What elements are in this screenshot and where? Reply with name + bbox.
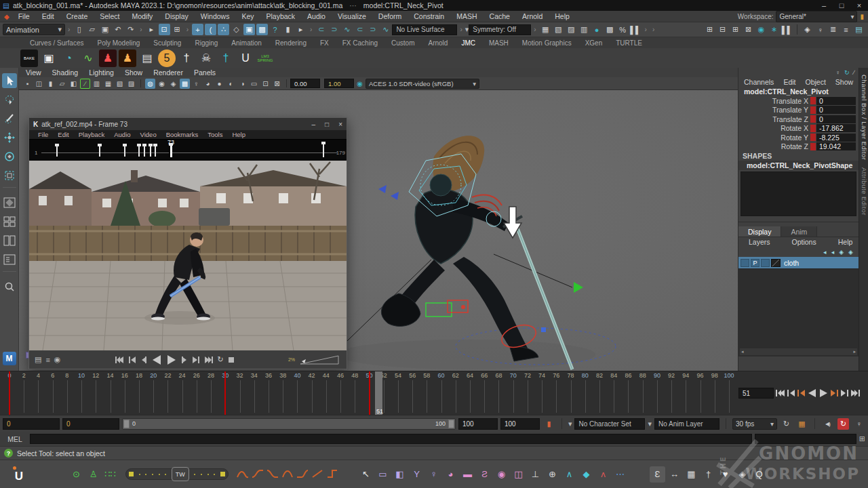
grid-layout-2-icon[interactable]: ⊟ [717, 24, 728, 35]
mel-label[interactable]: MEL [3, 435, 27, 443]
screen-ao-icon[interactable]: ◍ [145, 79, 155, 89]
command-result-field[interactable] [755, 434, 856, 444]
open-scene-icon[interactable]: ▱ [86, 24, 98, 35]
loop-toggle-icon[interactable]: ↻ [218, 355, 224, 364]
image-plane-icon[interactable]: ▱ [57, 79, 67, 89]
minimize-button[interactable]: – [815, 1, 833, 9]
player-menu-bookmarks[interactable]: Bookmarks [161, 131, 203, 138]
speed-ramp-control[interactable] [299, 354, 341, 365]
isolate-select-icon[interactable]: ⊠ [272, 79, 282, 89]
door-icon[interactable]: ◫ [511, 466, 526, 483]
snap-point-icon[interactable]: ∴ [218, 24, 229, 35]
player-menu-edit[interactable]: Edit [53, 131, 73, 138]
menu-display[interactable]: Display [159, 12, 194, 20]
paint-select-tool[interactable] [2, 111, 17, 126]
outliner-search-icon[interactable] [2, 279, 17, 294]
shelf-tab-animation[interactable]: Animation [224, 39, 268, 47]
video-window-title-bar[interactable]: K atk_ref_002.mp4 - Frame 73 – □ × [29, 118, 347, 130]
layer-color-swatch[interactable] [771, 259, 781, 267]
animation-start-field[interactable]: 0 [3, 418, 60, 430]
channel-row[interactable]: Translate X0 [738, 96, 859, 106]
video-bookmark-5[interactable] [150, 146, 151, 157]
hypershade-icon[interactable]: ▩ [604, 24, 616, 35]
menu-constrain[interactable]: Constrain [408, 12, 450, 20]
video-bookmark-6[interactable] [155, 146, 156, 157]
pause-icon[interactable]: ▌▌ [781, 24, 793, 35]
tween-end-left[interactable] [129, 472, 134, 476]
two-panes-icon[interactable]: ◧ [68, 79, 79, 89]
five-ball-shelf-icon[interactable]: 5 [158, 49, 176, 67]
playback-end-field[interactable]: 100 [458, 418, 498, 430]
select-tool[interactable] [2, 73, 17, 88]
manipulator-figure-icon[interactable]: ♀ [835, 69, 840, 76]
channel-box-menu-object[interactable]: Object [805, 78, 831, 86]
step-back-button[interactable] [140, 356, 147, 364]
video-bookmark-4[interactable] [144, 146, 145, 157]
script-editor-icon[interactable]: ⊞ [859, 434, 865, 443]
list-toggle-icon[interactable]: ≡ [45, 356, 50, 364]
shelf-tab-fx-caching[interactable]: FX Caching [336, 39, 384, 47]
shelf-tab-xgen[interactable]: XGen [578, 39, 610, 47]
menu-key[interactable]: Key [235, 12, 260, 20]
viewport-panel[interactable]: ViewShadingLightingShowRendererPanels ▪◫… [19, 68, 738, 371]
shelf-tab-rigging[interactable]: Rigging [188, 39, 224, 47]
playback-loop-icon[interactable]: ↻ [781, 418, 792, 430]
menu-help[interactable]: Help [549, 12, 576, 20]
input-connections-icon[interactable]: ⊂ [315, 24, 327, 35]
select-hierarchy-icon[interactable]: ▸ [146, 24, 157, 35]
close-button[interactable]: × [338, 121, 342, 128]
layer-editor-tab-anim[interactable]: Anim [781, 226, 817, 237]
teal-cross-shelf-icon[interactable]: † [217, 49, 235, 67]
render-frame-icon[interactable]: ▦ [540, 24, 551, 35]
lm3-spring-shelf-icon[interactable]: LM3SPRING [256, 49, 274, 67]
gpu-cache-icon[interactable]: ◑ [237, 79, 248, 89]
anim-layer-selector[interactable]: No Anim Layer [654, 418, 719, 430]
animbot-logo[interactable]: U [11, 466, 27, 483]
select-camera-icon[interactable]: ▪ [22, 79, 33, 89]
chevron-down-icon[interactable]: ▾ [648, 420, 652, 428]
step-forward-button[interactable] [181, 356, 188, 364]
playback-start-field[interactable]: 0 [62, 418, 119, 430]
play-forward-button[interactable] [818, 388, 829, 398]
camera-figure-icon[interactable]: † [701, 466, 716, 483]
play-backward-button[interactable] [807, 388, 817, 398]
close-button[interactable]: × [850, 1, 868, 9]
make-live-icon[interactable]: ▩ [256, 24, 268, 35]
walk-cycle-icon[interactable]: Υ [409, 466, 425, 483]
exposure-field[interactable]: 0.00 [290, 79, 320, 88]
layer-menu-help[interactable]: Help [832, 238, 859, 246]
spacing-tool-icon[interactable]: ↔ [667, 466, 682, 483]
shaded-icon[interactable]: ▥ [92, 79, 102, 89]
menu-deform[interactable]: Deform [372, 12, 408, 20]
menu-visualize[interactable]: Visualize [332, 12, 372, 20]
redo-icon[interactable]: ↷ [125, 24, 136, 35]
history-list-icon[interactable]: ⊃ [367, 24, 378, 35]
layer-display-type-toggle[interactable] [761, 259, 770, 267]
snap-projected-icon[interactable]: ◇ [231, 24, 242, 35]
panel-menu-show[interactable]: Show [125, 68, 142, 77]
heart-icon[interactable]: ♥ [717, 466, 733, 483]
menu-create[interactable]: Create [60, 12, 94, 20]
shelf-tab-mash[interactable]: MASH [482, 39, 515, 47]
playblast-options-icon[interactable]: ▦ [796, 418, 808, 430]
lego-shelf-icon[interactable]: ▤ [138, 49, 156, 67]
layer-menu-layers[interactable]: Layers [743, 238, 776, 246]
player-menu-tools[interactable]: Tools [203, 131, 227, 138]
workspace-selector[interactable]: General* ▾ [776, 11, 857, 22]
grid-layout-4-icon[interactable]: ⊠ [743, 24, 754, 35]
workspace-lock-icon[interactable]: ▮ [860, 13, 864, 20]
menu-select[interactable]: Select [94, 12, 125, 20]
camera-attributes-icon[interactable]: ◫ [34, 79, 44, 89]
video-timeline[interactable]: 1 179 73 [29, 140, 347, 161]
next-keyframe-button[interactable] [192, 356, 200, 364]
play-forward-button[interactable] [166, 354, 177, 365]
snap-grid-icon[interactable]: + [192, 24, 203, 35]
character-controls-icon[interactable]: ♀ [814, 24, 826, 35]
render-sequence-icon[interactable]: ▨ [566, 24, 577, 35]
legs-icon[interactable]: ʌ [595, 466, 611, 483]
range-slider[interactable]: 0 100 [122, 418, 456, 430]
play-backward-button[interactable] [151, 354, 162, 365]
menu-mash[interactable]: MASH [450, 12, 483, 20]
wireframe-on-shaded-icon[interactable]: ∕ [80, 79, 90, 89]
bake-shelf-icon[interactable]: BAKE [20, 49, 38, 67]
